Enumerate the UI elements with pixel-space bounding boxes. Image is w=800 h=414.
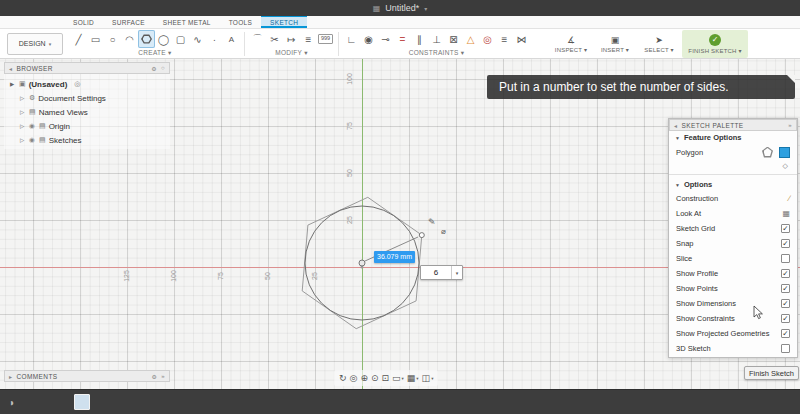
edge-polygon-icon[interactable]: ◇ <box>783 162 788 170</box>
browser-root-item[interactable]: ▶ ▣ (Unsaved) ◎ <box>4 77 170 91</box>
perpendicular-icon[interactable]: ⊥ <box>428 30 445 48</box>
tangent-icon[interactable]: ⊸ <box>377 30 394 48</box>
activate-radio-icon[interactable]: ◎ <box>74 80 80 88</box>
sides-value[interactable]: 6 <box>421 266 451 279</box>
expand-arrow-icon[interactable]: ▶ <box>10 81 16 87</box>
dock-icon[interactable]: ◂ <box>9 65 12 72</box>
line-icon[interactable]: ╱ <box>70 30 87 48</box>
insert-button[interactable]: ▣ INSERT ▾ <box>594 30 636 58</box>
option-row-show-projected-geometries: Show Projected Geometries ✓ <box>669 326 797 341</box>
comments-header[interactable]: ▸ COMMENTS ⚙ » <box>4 370 170 382</box>
arc-icon[interactable]: ◠ <box>121 30 138 48</box>
gear-icon[interactable]: ⚙ <box>151 65 157 72</box>
expand-arrow-icon[interactable]: ▸ <box>9 373 12 380</box>
show-constraints-checkbox[interactable]: ✓ <box>781 314 790 323</box>
expand-arrow-icon[interactable]: ▷ <box>20 137 26 143</box>
expand-arrow-icon[interactable]: ▷ <box>20 109 26 115</box>
design-workspace-dropdown[interactable]: DESIGN ▾ <box>7 33 63 55</box>
browser-item-origin[interactable]: ▷ ◉ ▤ Origin <box>4 119 170 133</box>
snap-checkbox[interactable]: ✓ <box>781 239 790 248</box>
rectangle-icon[interactable]: ▭ <box>87 30 104 48</box>
extend-icon[interactable]: ↦ <box>283 30 300 48</box>
trim-icon[interactable]: ✂ <box>266 30 283 48</box>
create-menu-label[interactable]: CREATE ▾ <box>70 48 240 57</box>
construction-toggle-icon[interactable]: ∕ <box>789 194 790 203</box>
tab-surface[interactable]: SURFACE <box>103 16 154 28</box>
sketch-canvas[interactable]: 125 100 75 50 25 100 75 50 25 36.079 mm … <box>0 59 800 389</box>
popout-icon[interactable]: » <box>161 373 165 379</box>
fillet-icon[interactable]: ⌒ <box>249 30 266 48</box>
radius-dimension-value[interactable]: 36.079 mm <box>374 251 415 263</box>
show-profile-checkbox[interactable]: ✓ <box>781 269 790 278</box>
popout-icon[interactable]: » <box>788 122 792 128</box>
tab-solid[interactable]: SOLID <box>64 16 103 28</box>
browser-item-sketches[interactable]: ▷ ◉ ▤ Sketches <box>4 133 170 147</box>
spline-icon[interactable]: ∿ <box>189 30 206 48</box>
coincident-icon[interactable]: ◉ <box>360 30 377 48</box>
expand-arrow-icon[interactable]: ▷ <box>20 95 26 101</box>
tab-sheet-metal[interactable]: SHEET METAL <box>154 16 220 28</box>
selected-polygon-mode-swatch[interactable] <box>779 147 790 158</box>
3d-sketch-checkbox[interactable] <box>781 344 790 353</box>
equal-icon[interactable]: = <box>394 30 411 48</box>
fix-icon[interactable]: ⊠ <box>445 30 462 48</box>
browser-item-document-settings[interactable]: ▷ ⚙ Document Settings <box>4 91 170 105</box>
tab-sketch[interactable]: SKETCH <box>261 16 307 28</box>
title-caret-icon[interactable]: ▾ <box>424 5 427 12</box>
horizontal-vertical-icon[interactable]: ∟ <box>343 30 360 48</box>
select-button[interactable]: ➤ SELECT ▾ <box>638 30 680 58</box>
midpoint-icon[interactable]: △ <box>462 30 479 48</box>
slice-checkbox[interactable] <box>781 254 790 263</box>
orbit-icon[interactable]: ↻ <box>339 373 347 383</box>
viewports-icon[interactable]: ◫▾ <box>422 373 434 383</box>
sketch-dimension-icon[interactable]: 999 <box>317 30 334 48</box>
timeline-thumbnail[interactable] <box>74 394 90 410</box>
feature-options-section[interactable]: ▼ Feature Options <box>669 131 797 144</box>
slot-icon[interactable]: ▢ <box>172 30 189 48</box>
expand-arrow-icon[interactable]: ▷ <box>20 123 26 129</box>
inspect-button[interactable]: ∡ INSPECT ▾ <box>550 30 592 58</box>
ellipse-icon[interactable]: ◯ <box>155 30 172 48</box>
circle-icon[interactable]: ○ <box>104 30 121 48</box>
collinear-icon[interactable]: ≡ <box>496 30 513 48</box>
grid-settings-icon[interactable]: ▦▾ <box>407 373 419 383</box>
spinner-caret-icon[interactable]: ▾ <box>451 266 462 279</box>
polygon-icon[interactable] <box>138 30 155 48</box>
job-status-icon[interactable]: ◑ <box>8 397 14 408</box>
app-grid-icon[interactable]: ▦ <box>373 4 381 13</box>
zoom-icon[interactable]: ⊙ <box>371 373 379 383</box>
center-point[interactable] <box>359 260 365 266</box>
visibility-eye-icon[interactable]: ◉ <box>29 122 36 130</box>
browser-header[interactable]: ◂ BROWSER ⚙ ○ <box>4 62 170 74</box>
look-at-button-icon[interactable]: ▦ <box>782 209 790 218</box>
browser-item-named-views[interactable]: ▷ ▤ Named Views <box>4 105 170 119</box>
filter-icon[interactable]: ○ <box>161 65 165 71</box>
options-section[interactable]: ▼ Options <box>669 178 797 191</box>
tab-tools[interactable]: TOOLS <box>220 16 261 28</box>
text-icon[interactable]: A <box>223 30 240 48</box>
circumscribed-polygon-icon[interactable] <box>762 147 773 158</box>
show-projected-geometries-checkbox[interactable]: ✓ <box>781 329 790 338</box>
parallel-icon[interactable]: ∥ <box>411 30 428 48</box>
dock-icon[interactable]: ◂ <box>674 122 677 129</box>
look-at-icon[interactable]: ◎ <box>350 373 358 383</box>
constraints-menu-label[interactable]: CONSTRAINTS ▾ <box>343 48 530 57</box>
show-dimensions-checkbox[interactable]: ✓ <box>781 299 790 308</box>
sketch-grid-checkbox[interactable]: ✓ <box>781 224 790 233</box>
visibility-eye-icon[interactable]: ◉ <box>29 136 36 144</box>
modify-menu-label[interactable]: MODIFY ▾ <box>249 48 334 57</box>
fit-icon[interactable]: ⊡ <box>382 373 390 383</box>
point-icon[interactable]: ∙ <box>206 30 223 48</box>
display-settings-icon[interactable]: ▭▾ <box>392 373 404 383</box>
vertex-point[interactable] <box>419 233 424 238</box>
show-points-checkbox[interactable]: ✓ <box>781 284 790 293</box>
gear-icon[interactable]: ⚙ <box>151 373 157 380</box>
offset-icon[interactable]: ≡ <box>300 30 317 48</box>
sketch-palette-header[interactable]: ◂ SKETCH PALETTE » <box>669 119 797 131</box>
finish-sketch-button[interactable]: Finish Sketch <box>744 366 799 380</box>
pan-icon[interactable]: ⊕ <box>360 373 368 383</box>
polygon-sides-input[interactable]: 6 ▾ <box>420 265 463 280</box>
symmetry-icon[interactable]: ⋈ <box>513 30 530 48</box>
finish-sketch-toolbar-button[interactable]: ✓ FINISH SKETCH ▾ <box>682 30 748 58</box>
concentric-icon[interactable]: ◎ <box>479 30 496 48</box>
